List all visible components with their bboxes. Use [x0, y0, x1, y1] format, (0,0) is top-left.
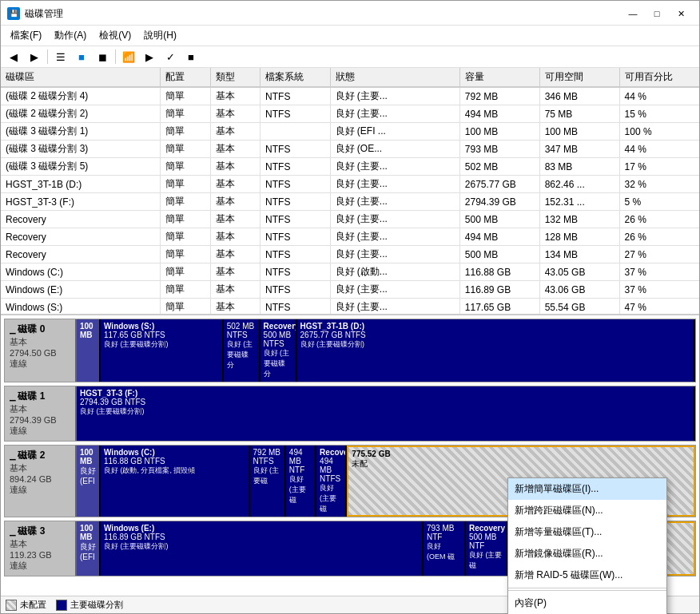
- table-cell-3-0: (磁碟 3 磁碟分割 3): [1, 141, 161, 158]
- menu-action[interactable]: 動作(A): [48, 27, 93, 44]
- table-cell-12-2: 基本: [210, 299, 260, 316]
- table-row[interactable]: (磁碟 2 磁碟分割 2)簡單基本NTFS良好 (主要...494 MB75 M…: [1, 105, 699, 123]
- partition-0-4[interactable]: HGST_3T-1B (D:)2675.77 GB NTFS良好 (主要磁碟分割…: [297, 319, 695, 382]
- table-row[interactable]: HGST_3T-1B (D:)簡單基本NTFS良好 (主要...2675.77 …: [1, 176, 699, 193]
- table-cell-11-7: 37 %: [619, 281, 699, 299]
- table-row[interactable]: (磁碟 3 磁碟分割 5)簡單基本NTFS良好 (主要...502 MB83 M…: [1, 158, 699, 176]
- table-cell-11-0: Windows (E:): [1, 281, 161, 299]
- disk-row-0: ⎯ 磁碟 0 基本 2794.50 GB 連線100 MBWindows (S:…: [4, 319, 696, 382]
- menu-file[interactable]: 檔案(F): [4, 27, 48, 44]
- table-row[interactable]: (磁碟 3 磁碟分割 1)簡單基本良好 (EFI ...100 MB100 MB…: [1, 123, 699, 141]
- table-cell-7-7: 26 %: [619, 211, 699, 228]
- part-sub-3-2: 793 MB NTF: [427, 524, 461, 541]
- table-cell-0-4: 良好 (主要...: [330, 87, 459, 105]
- toolbar-btn-7[interactable]: ▶: [140, 48, 159, 65]
- partition-2-1[interactable]: Windows (C:)116.88 GB NTFS良好 (啟動, 分頁檔案, …: [101, 446, 250, 517]
- table-cell-9-3: NTFS: [261, 246, 330, 263]
- back-button[interactable]: ◀: [4, 48, 23, 65]
- table-row[interactable]: HGST_3T-3 (F:)簡單基本NTFS良好 (主要...2794.39 G…: [1, 193, 699, 211]
- ctx-item-2[interactable]: 新增等量磁碟區(T)...: [508, 521, 666, 543]
- partition-0-2[interactable]: 502 MB NTFS良好 (主要磁碟分: [224, 319, 261, 382]
- table-cell-2-4: 良好 (EFI ...: [330, 123, 459, 141]
- partition-table: 磁碟區 配置 類型 檔案系統 狀態 容量 可用空間 可用百分比 (磁碟 2 磁碟…: [1, 68, 699, 315]
- table-row[interactable]: (磁碟 3 磁碟分割 3)簡單基本NTFS良好 (OE...793 MB347 …: [1, 141, 699, 158]
- toolbar-btn-9[interactable]: ■: [181, 48, 201, 65]
- table-cell-5-0: HGST_3T-1B (D:): [1, 176, 161, 193]
- table-cell-11-4: 良好 (主要...: [330, 281, 459, 299]
- minimize-button[interactable]: —: [621, 6, 645, 22]
- ctx-item-1[interactable]: 新增跨距磁碟區(N)...: [508, 500, 666, 521]
- table-cell-4-7: 17 %: [619, 158, 699, 176]
- disk-size-0: 2794.50 GB: [10, 348, 70, 358]
- part-status-2-1: 良好 (啟動, 分頁檔案, 損毀傾: [104, 465, 245, 476]
- table-cell-7-2: 基本: [210, 211, 260, 228]
- partition-0-1[interactable]: Windows (S:)117.65 GB NTFS良好 (主要磁碟分割): [101, 319, 224, 382]
- table-cell-9-6: 134 MB: [539, 246, 619, 263]
- disk-status-0: 連線: [10, 358, 70, 370]
- table-cell-5-2: 基本: [210, 176, 260, 193]
- table-cell-4-3: NTFS: [261, 158, 330, 176]
- table-cell-3-3: NTFS: [261, 141, 330, 158]
- disk-label-1: ⎯ 磁碟 1 基本 2794.39 GB 連線: [5, 386, 77, 441]
- partition-2-2[interactable]: 792 MB NTFS良好 (主要磁: [250, 446, 286, 517]
- partition-3-2[interactable]: 793 MB NTF良好 (OEM 磁: [424, 521, 466, 576]
- legend-primary: 主要磁碟分割: [56, 599, 123, 611]
- ctx-item-4[interactable]: 新增 RAID-5 磁碟區(W)...: [508, 564, 666, 586]
- table-cell-11-3: NTFS: [261, 281, 330, 299]
- table-cell-0-2: 基本: [210, 87, 260, 105]
- table-row[interactable]: Windows (S:)簡單基本NTFS良好 (主要...117.65 GB55…: [1, 299, 699, 316]
- close-button[interactable]: ✕: [669, 6, 693, 22]
- partition-3-1[interactable]: Windows (E:)116.89 GB NTFS良好 (主要磁碟分割): [101, 521, 424, 576]
- menu-view[interactable]: 檢視(V): [93, 27, 137, 44]
- table-row[interactable]: Recovery簡單基本NTFS良好 (主要...494 MB128 MB26 …: [1, 228, 699, 246]
- toolbar-btn-4[interactable]: ■: [72, 48, 91, 65]
- table-cell-10-0: Windows (C:): [1, 263, 161, 281]
- table-cell-3-2: 基本: [210, 141, 260, 158]
- maximize-button[interactable]: □: [645, 6, 669, 22]
- part-sub-0-1: 117.65 GB NTFS: [104, 331, 219, 339]
- table-cell-2-3: [261, 123, 330, 141]
- part-status-0-1: 良好 (主要磁碟分割): [104, 339, 219, 350]
- part-name-3-1: Windows (E:): [104, 524, 419, 533]
- table-cell-11-6: 43.06 GB: [539, 281, 619, 299]
- ctx-item-0[interactable]: 新增簡單磁碟區(I)...: [508, 478, 666, 500]
- partition-3-0[interactable]: 100 MB良好 (EFI: [77, 521, 101, 576]
- table-row[interactable]: Recovery簡單基本NTFS良好 (主要...500 MB132 MB26 …: [1, 211, 699, 228]
- table-cell-8-2: 基本: [210, 228, 260, 246]
- table-cell-8-1: 簡單: [161, 228, 210, 246]
- table-row[interactable]: Windows (E:)簡單基本NTFS良好 (主要...116.89 GB43…: [1, 281, 699, 299]
- disk-type-1: 基本: [10, 403, 70, 415]
- ctx-item-5[interactable]: 內容(P): [508, 592, 666, 614]
- partition-2-0[interactable]: 100 MB良好 (EFI: [77, 446, 101, 517]
- col-status: 狀態: [330, 68, 459, 87]
- part-name-0-0: 100 MB: [80, 322, 96, 339]
- forward-button[interactable]: ▶: [25, 48, 44, 65]
- part-status-3-1: 良好 (主要磁碟分割): [104, 541, 419, 552]
- partition-2-4[interactable]: Recovery494 MB NTFS良好 (主要磁: [316, 446, 347, 517]
- partition-3-3[interactable]: Recovery500 MB NTF良好 (主要磁: [466, 521, 508, 576]
- table-row[interactable]: Windows (C:)簡單基本NTFS良好 (啟動...116.88 GB43…: [1, 263, 699, 281]
- part-status-2-3: 良好 (主要磁: [289, 474, 312, 505]
- menu-bar: 檔案(F) 動作(A) 檢視(V) 說明(H): [1, 26, 699, 46]
- ctx-item-3[interactable]: 新增鏡像磁碟區(R)...: [508, 543, 666, 564]
- toolbar-separator-1: [47, 50, 48, 64]
- table-cell-6-7: 5 %: [619, 193, 699, 211]
- table-row[interactable]: Recovery簡單基本NTFS良好 (主要...500 MB134 MB27 …: [1, 246, 699, 263]
- toolbar-btn-6[interactable]: 📶: [119, 48, 138, 65]
- table-row[interactable]: (磁碟 2 磁碟分割 4)簡單基本NTFS良好 (主要...792 MB346 …: [1, 87, 699, 105]
- toolbar-btn-5[interactable]: ◼: [93, 48, 112, 65]
- table-body: (磁碟 2 磁碟分割 4)簡單基本NTFS良好 (主要...792 MB346 …: [1, 87, 699, 315]
- toolbar-btn-3[interactable]: ☰: [51, 48, 70, 65]
- ctx-sep-5: [508, 588, 666, 588]
- partition-0-0[interactable]: 100 MB: [77, 319, 101, 382]
- partition-0-3[interactable]: Recovery500 MB NTFS良好 (主要磁碟分: [261, 319, 297, 382]
- disk-status-2: 連線: [10, 484, 70, 496]
- col-cap: 容量: [459, 68, 539, 87]
- toolbar-btn-8[interactable]: ✓: [161, 48, 180, 65]
- part-name-3-3: Recovery: [469, 524, 503, 533]
- menu-help[interactable]: 說明(H): [137, 27, 183, 44]
- partition-1-0[interactable]: HGST_3T-3 (F:)2794.39 GB NTFS良好 (主要磁碟分割): [77, 386, 695, 441]
- partition-2-3[interactable]: 494 MB NTF良好 (主要磁: [286, 446, 316, 517]
- table-cell-1-4: 良好 (主要...: [330, 105, 459, 123]
- table-cell-4-2: 基本: [210, 158, 260, 176]
